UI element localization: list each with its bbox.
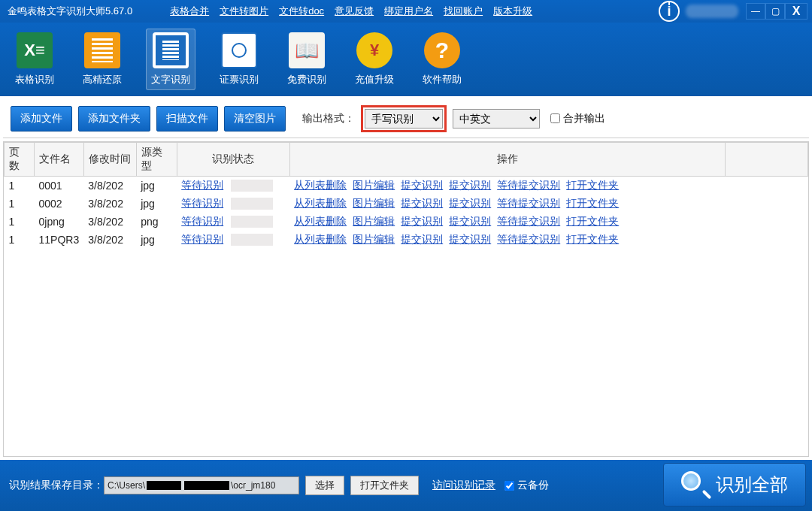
merge-output-label: 合并输出 [563, 112, 605, 125]
document-icon [84, 32, 120, 68]
op-link-5[interactable]: 打开文件夹 [566, 215, 619, 227]
output-format-highlight: 手写识别 [361, 105, 447, 132]
save-dir-label: 识别结果保存目录： [9, 479, 104, 492]
cell-ops: 从列表删除图片编辑提交识别提交识别等待提交识别打开文件夹 [289, 231, 725, 249]
op-link-3[interactable]: 提交识别 [449, 179, 491, 191]
add-folder-button[interactable]: 添加文件夹 [78, 106, 150, 132]
app-title: 金鸣表格文字识别大师5.67.0 [5, 5, 132, 18]
recognize-all-button[interactable]: 识别全部 [663, 463, 806, 506]
footer: 识别结果保存目录： C:\Users\\ocr_jm180 选择 打开文件夹 访… [0, 460, 812, 511]
op-link-1[interactable]: 图片编辑 [353, 197, 395, 209]
op-link-2[interactable]: 提交识别 [401, 197, 443, 209]
merge-output-input[interactable] [550, 113, 560, 123]
col-ops[interactable]: 操作 [289, 143, 725, 177]
book-icon: 📖 [289, 32, 325, 68]
toolbar: 添加文件 添加文件夹 扫描文件 清空图片 输出格式： 手写识别 中英文 合并输出 [3, 99, 809, 138]
op-link-0[interactable]: 从列表删除 [294, 233, 347, 245]
col-status[interactable]: 识别状态 [177, 143, 289, 177]
window-close-button[interactable]: X [785, 3, 807, 20]
op-link-4[interactable]: 等待提交识别 [497, 197, 560, 209]
cloud-backup-input[interactable] [504, 481, 514, 491]
cell-pages: 1 [5, 213, 35, 231]
op-link-4[interactable]: 等待提交识别 [497, 179, 560, 191]
table-row[interactable]: 100023/8/202jpg等待识别从列表删除图片编辑提交识别提交识别等待提交… [5, 195, 808, 213]
op-link-0[interactable]: 从列表删除 [294, 179, 347, 191]
cell-filename: 0001 [35, 177, 84, 195]
status-link[interactable]: 等待识别 [181, 215, 223, 227]
choose-dir-button[interactable]: 选择 [305, 476, 344, 495]
ribbon-label: 证票识别 [220, 73, 259, 86]
op-link-5[interactable]: 打开文件夹 [566, 233, 619, 245]
magnifier-icon [681, 471, 708, 498]
op-link-3[interactable]: 提交识别 [449, 215, 491, 227]
op-link-5[interactable]: 打开文件夹 [566, 197, 619, 209]
ribbon-table-ocr[interactable]: X≡ 表格识别 [11, 29, 59, 89]
language-select[interactable]: 中英文 [453, 109, 540, 129]
op-link-0[interactable]: 从列表删除 [294, 215, 347, 227]
save-dir-path[interactable]: C:\Users\\ocr_jm180 [104, 476, 299, 494]
ribbon-label: 高精还原 [83, 73, 122, 86]
op-link-0[interactable]: 从列表删除 [294, 197, 347, 209]
open-folder-button[interactable]: 打开文件夹 [350, 476, 419, 495]
output-format-select[interactable]: 手写识别 [365, 109, 443, 129]
op-link-1[interactable]: 图片编辑 [353, 179, 395, 191]
op-link-3[interactable]: 提交识别 [449, 197, 491, 209]
cell-mtime: 3/8/202 [83, 231, 136, 249]
cell-filename: 0jpng [35, 213, 84, 231]
visit-log-link[interactable]: 访问识别记录 [432, 479, 495, 492]
cell-status: 等待识别 [177, 195, 289, 213]
file-grid: 页数 文件名 修改时间 源类型 识别状态 操作 100013/8/202jpg等… [3, 141, 809, 457]
menu-file-to-doc[interactable]: 文件转doc [279, 5, 324, 18]
col-pages[interactable]: 页数 [5, 143, 35, 177]
ribbon-cert-ocr[interactable]: 证票识别 [215, 29, 263, 89]
ribbon-text-ocr[interactable]: 文字识别 [146, 29, 195, 90]
op-link-5[interactable]: 打开文件夹 [566, 179, 619, 191]
op-link-2[interactable]: 提交识别 [401, 233, 443, 245]
output-format-label: 输出格式： [302, 112, 355, 125]
scan-file-button[interactable]: 扫描文件 [156, 106, 218, 132]
ribbon-high-fidelity[interactable]: 高精还原 [78, 29, 126, 89]
op-link-1[interactable]: 图片编辑 [353, 215, 395, 227]
menu-recover-account[interactable]: 找回账户 [444, 5, 483, 18]
ribbon-help[interactable]: ? 软件帮助 [418, 29, 466, 89]
op-link-3[interactable]: 提交识别 [449, 233, 491, 245]
cell-filename: 0002 [35, 195, 84, 213]
window-maximize-button[interactable]: ▢ [765, 3, 785, 20]
col-mtime[interactable]: 修改时间 [83, 143, 136, 177]
cloud-backup-checkbox[interactable]: 云备份 [504, 479, 549, 492]
op-link-2[interactable]: 提交识别 [401, 215, 443, 227]
menu-file-to-image[interactable]: 文件转图片 [220, 5, 268, 18]
op-link-4[interactable]: 等待提交识别 [497, 215, 560, 227]
op-link-2[interactable]: 提交识别 [401, 179, 443, 191]
clear-images-button[interactable]: 清空图片 [224, 106, 286, 132]
col-srctype[interactable]: 源类型 [136, 143, 177, 177]
cell-pages: 1 [5, 177, 35, 195]
merge-output-checkbox[interactable]: 合并输出 [550, 112, 605, 125]
ribbon-recharge[interactable]: ¥ 充值升级 [350, 29, 398, 89]
status-link[interactable]: 等待识别 [181, 179, 223, 191]
recognize-all-label: 识别全部 [716, 473, 788, 497]
op-link-4[interactable]: 等待提交识别 [497, 233, 560, 245]
col-filename[interactable]: 文件名 [35, 143, 84, 177]
menu-merge-tables[interactable]: 表格合并 [170, 5, 209, 18]
ribbon-label: 文字识别 [151, 73, 190, 86]
table-row[interactable]: 111PQR33/8/202jpg等待识别从列表删除图片编辑提交识别提交识别等待… [5, 231, 808, 249]
table-row[interactable]: 100013/8/202jpg等待识别从列表删除图片编辑提交识别提交识别等待提交… [5, 177, 808, 195]
cell-mtime: 3/8/202 [83, 177, 136, 195]
status-link[interactable]: 等待识别 [181, 197, 223, 209]
cell-srctype: jpg [136, 177, 177, 195]
ribbon-free-ocr[interactable]: 📖 免费识别 [283, 29, 331, 89]
table-row[interactable]: 10jpng3/8/202png等待识别从列表删除图片编辑提交识别提交识别等待提… [5, 213, 808, 231]
add-file-button[interactable]: 添加文件 [11, 106, 72, 132]
menu-bind-user[interactable]: 绑定用户名 [384, 5, 433, 18]
cell-srctype: jpg [136, 231, 177, 249]
cell-ops: 从列表删除图片编辑提交识别提交识别等待提交识别打开文件夹 [289, 195, 725, 213]
info-icon[interactable]: i [659, 1, 680, 22]
op-link-1[interactable]: 图片编辑 [353, 233, 395, 245]
cell-srctype: jpg [136, 195, 177, 213]
menu-links: 表格合并 文件转图片 文件转doc 意见反馈 绑定用户名 找回账户 版本升级 [170, 5, 532, 18]
menu-feedback[interactable]: 意见反馈 [335, 5, 374, 18]
status-link[interactable]: 等待识别 [181, 233, 223, 245]
menu-upgrade[interactable]: 版本升级 [493, 5, 532, 18]
window-minimize-button[interactable]: — [746, 3, 765, 20]
